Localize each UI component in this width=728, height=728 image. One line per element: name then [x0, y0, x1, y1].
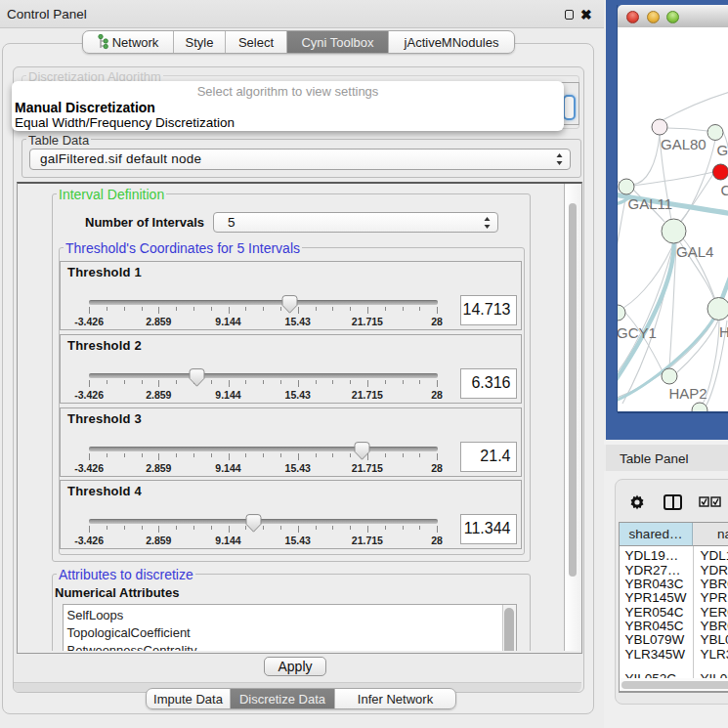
- svg-text:GAL80: GAL80: [661, 136, 707, 152]
- svg-text:HAP2: HAP2: [669, 385, 707, 402]
- svg-text:C: C: [721, 182, 728, 198]
- svg-text:GCY1: GCY1: [618, 324, 657, 341]
- svg-text:H: H: [719, 323, 728, 340]
- svg-text:GAL4: GAL4: [676, 243, 713, 260]
- svg-text:GA: GA: [717, 142, 728, 158]
- svg-text:GAL11: GAL11: [628, 195, 673, 212]
